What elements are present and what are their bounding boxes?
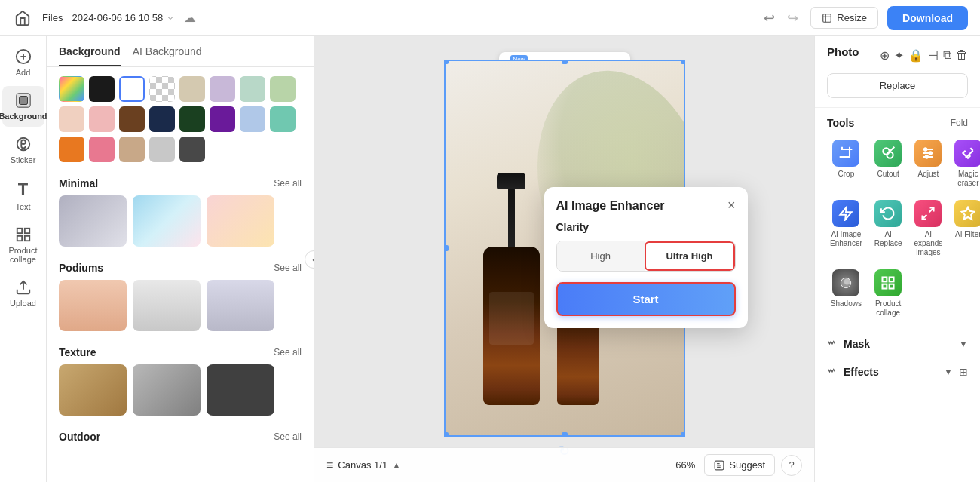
tab-ai-background[interactable]: AI Background — [133, 45, 202, 66]
clarity-high-button[interactable]: High — [557, 241, 645, 271]
undo-redo-group: ↩ ↪ — [761, 7, 801, 29]
resize-handle-bl[interactable] — [444, 432, 449, 437]
thumb-podium-2[interactable] — [133, 280, 201, 331]
replace-button[interactable]: Replace — [827, 73, 968, 98]
color-swatch-darkgreen[interactable] — [179, 106, 205, 132]
color-swatch-rose[interactable] — [89, 137, 115, 162]
svg-rect-8 — [24, 229, 29, 233]
dialog-title: AI Image Enhancer — [556, 199, 665, 213]
resize-handle-tl[interactable] — [444, 60, 449, 64]
thumb-texture-1[interactable] — [59, 364, 127, 416]
section-minimal-see-all[interactable]: See all — [274, 178, 302, 189]
color-swatch-lightgreen[interactable] — [270, 76, 296, 102]
color-swatch-gray[interactable] — [149, 137, 175, 162]
section-podiums-see-all[interactable]: See all — [274, 262, 302, 273]
canvas-chevron-icon[interactable]: ▲ — [392, 460, 401, 471]
resize-button[interactable]: Resize — [810, 7, 878, 29]
start-button[interactable]: Start — [556, 282, 736, 316]
effects-chevron-icon[interactable]: ▼ — [944, 367, 953, 377]
layers-tool-icon[interactable]: ⊕ — [880, 48, 890, 63]
sidebar-item-text[interactable]: T Text — [2, 173, 44, 217]
section-texture-see-all[interactable]: See all — [274, 347, 302, 358]
mask-title: Mask — [827, 338, 870, 350]
thumb-minimal-2[interactable] — [133, 195, 201, 247]
color-swatch-checker[interactable] — [149, 76, 175, 102]
color-swatch-orange[interactable] — [59, 137, 84, 162]
color-swatch-black[interactable] — [89, 76, 115, 102]
effects-settings-icon[interactable]: ⊞ — [959, 366, 968, 378]
copy-tool-icon[interactable]: ⧉ — [943, 48, 951, 63]
magic-tool-icon[interactable]: ✦ — [894, 48, 904, 63]
sidebar-item-background[interactable]: Background — [2, 86, 44, 127]
home-button[interactable] — [12, 8, 33, 29]
color-swatch-mint[interactable] — [240, 76, 265, 102]
download-button[interactable]: Download — [887, 6, 968, 30]
resize-handle-br[interactable] — [681, 432, 685, 437]
effects-icon — [827, 367, 838, 377]
ai-filter-label: AI Filter — [955, 230, 980, 239]
align-icon[interactable]: ⊣ — [928, 48, 939, 63]
redo-button[interactable]: ↪ — [784, 7, 801, 29]
resize-handle-ml[interactable] — [444, 245, 449, 251]
tool-product-collage[interactable]: Product collage — [871, 266, 905, 321]
tab-background[interactable]: Background — [59, 45, 121, 66]
color-swatch-darkgray[interactable] — [179, 137, 205, 162]
section-outdoor-title: Outdoor — [59, 431, 100, 443]
thumb-texture-2[interactable] — [133, 364, 201, 416]
color-swatch-brown[interactable] — [119, 106, 145, 132]
delete-tool-icon[interactable]: 🗑 — [956, 48, 968, 63]
color-swatch-teal[interactable] — [270, 106, 296, 132]
tool-ai-replace[interactable]: AI Replace — [871, 197, 905, 260]
sidebar-item-sticker[interactable]: Sticker — [2, 130, 44, 170]
thumb-podium-1[interactable] — [59, 280, 127, 331]
color-swatch-pink[interactable] — [89, 106, 115, 132]
ai-image-enhancer-dialog: AI Image Enhancer × Clarity High Ultra H… — [544, 187, 748, 328]
color-swatch-gradient[interactable] — [59, 76, 84, 102]
resize-handle-bm[interactable] — [562, 432, 568, 437]
mask-header[interactable]: Mask ▼ — [827, 338, 968, 350]
dialog-close-button[interactable]: × — [727, 198, 736, 213]
resize-handle-tr[interactable] — [681, 60, 685, 64]
tool-shadows[interactable]: Shadows — [827, 266, 865, 321]
sidebar-item-add[interactable]: Add — [2, 42, 44, 83]
clarity-ultra-high-button[interactable]: Ultra High — [645, 241, 735, 271]
panel-tabs: Background AI Background — [47, 36, 314, 67]
color-swatch-peach[interactable] — [59, 106, 84, 132]
svg-rect-30 — [883, 284, 887, 289]
section-outdoor-see-all[interactable]: See all — [274, 431, 302, 442]
sidebar-item-upload[interactable]: Upload — [2, 273, 44, 314]
tool-cutout[interactable]: Cutout — [871, 137, 905, 191]
color-swatch-white[interactable] — [119, 76, 145, 102]
thumb-minimal-1[interactable] — [59, 195, 127, 247]
color-swatch-lightblue[interactable] — [240, 106, 265, 132]
photo-title: Photo — [827, 45, 859, 58]
fold-button[interactable]: Fold — [951, 118, 968, 128]
tool-ai-filter[interactable]: AI Filter — [951, 197, 980, 260]
color-swatch-lavender[interactable] — [210, 76, 235, 102]
tool-crop[interactable]: Crop — [827, 137, 865, 191]
help-button[interactable]: ? — [781, 455, 802, 476]
section-texture-header: Texture See all — [47, 340, 314, 361]
resize-handle-tm[interactable] — [562, 60, 568, 64]
suggest-button[interactable]: Suggest — [704, 454, 775, 476]
sidebar-item-product-collage[interactable]: Product collage — [2, 220, 44, 270]
color-swatch-tan[interactable] — [119, 137, 145, 162]
thumb-texture-3[interactable] — [207, 364, 274, 416]
color-swatch-navy[interactable] — [149, 106, 175, 132]
undo-button[interactable]: ↩ — [761, 7, 778, 29]
tool-magic-eraser[interactable]: Magic eraser — [951, 137, 980, 191]
product-collage-icon — [15, 226, 32, 243]
thumb-minimal-3[interactable] — [207, 195, 274, 247]
ai-expands-icon — [914, 200, 942, 227]
color-swatch-beige[interactable] — [179, 76, 205, 102]
tool-ai-expands[interactable]: AI expands images — [911, 197, 946, 260]
svg-point-27 — [844, 278, 850, 284]
thumb-podium-3[interactable] — [207, 280, 274, 331]
dialog-header: AI Image Enhancer × — [544, 187, 748, 221]
lock-icon[interactable]: 🔒 — [908, 48, 923, 63]
magic-eraser-icon — [954, 140, 980, 167]
tool-adjust[interactable]: Adjust — [911, 137, 946, 191]
tool-ai-image-enhancer[interactable]: AI Image Enhancer — [827, 197, 865, 260]
color-swatch-purple[interactable] — [210, 106, 235, 132]
resize-icon — [822, 13, 832, 23]
